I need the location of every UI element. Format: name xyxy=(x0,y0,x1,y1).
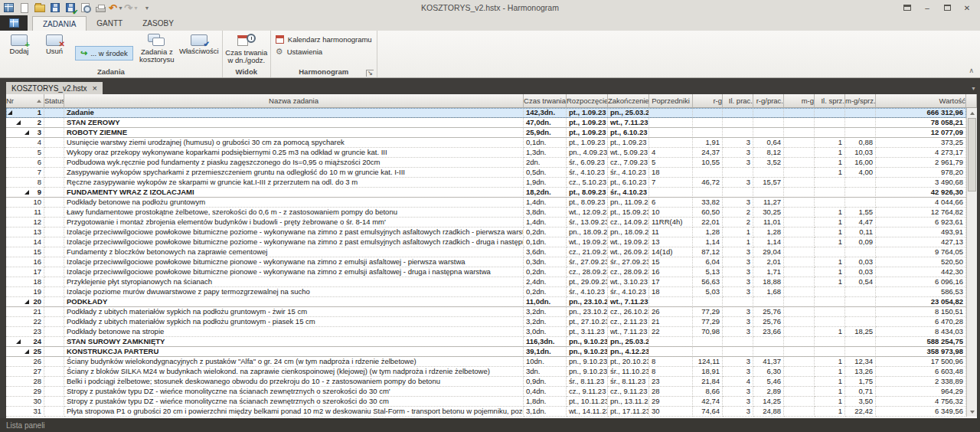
column-header-wartosc[interactable]: Wartość xyxy=(876,94,966,108)
task-row-23[interactable]: 23Podkłady betonowe na stropie3,0dn.pt.,… xyxy=(6,327,966,337)
column-header-mg[interactable]: m-g xyxy=(784,94,815,108)
qat-customize-icon[interactable]: ▼ xyxy=(140,2,153,14)
task-row-14[interactable]: 14Izolacje przeciwwilgociowe powłokowe b… xyxy=(6,237,966,247)
expander-icon[interactable] xyxy=(16,120,21,125)
usun-button[interactable]: ✕ Usuń xyxy=(37,31,72,55)
tab-list-dropdown-icon[interactable]: ▼ xyxy=(971,86,976,91)
column-header-status[interactable]: Status xyxy=(44,94,64,108)
column-header-rg[interactable]: r-g xyxy=(693,94,723,108)
task-row-13[interactable]: 13Izolacje przeciwwilgociowe powłokowe b… xyxy=(6,227,966,237)
task-row-9[interactable]: 9FUNDAMENTY WRAZ Z IZOLACJAMI18,2dn.pt.,… xyxy=(6,188,966,198)
task-row-17[interactable]: 17Izolacje przeciwwilgociowe powłokowe b… xyxy=(6,267,966,277)
cell-nr: 30 xyxy=(6,397,44,407)
task-row-6[interactable]: 6Podbudowa wyk.ręcznie pod fundamenty z … xyxy=(6,158,966,168)
cell-ilsprz xyxy=(815,297,845,307)
task-row-10[interactable]: 10Podkłady betonowe na podłożu gruntowym… xyxy=(6,198,966,208)
expander-icon[interactable] xyxy=(24,130,29,135)
task-row-18[interactable]: 18Przyklejenie płyt styropianowych na śc… xyxy=(6,277,966,287)
cell-rozp: pn., 23.10.23 xyxy=(567,297,608,307)
wlasciwosci-button[interactable]: ✔ Właściwości xyxy=(178,31,220,55)
task-row-31[interactable]: 31Płyta stropowa P1 o grubości 20 cm i p… xyxy=(6,407,966,417)
tab-gantt[interactable]: GANTT xyxy=(87,16,132,31)
task-row-16[interactable]: 16Izolacje przeciwwilgociowe powłokowe b… xyxy=(6,257,966,267)
task-row-22[interactable]: 22Podkłady z ubitych materiałów sypkich … xyxy=(6,317,966,327)
task-row-4[interactable]: 4Usunięcie warstwy ziemi urodzajnej (hum… xyxy=(6,138,966,148)
task-row-19[interactable]: 19Izolacje poziome murów dwuwarstwowe z … xyxy=(6,287,966,297)
task-row-27[interactable]: 27Ściany z bloków SILKA M24 w budynkach … xyxy=(6,367,966,377)
new-document-icon[interactable] xyxy=(18,2,31,14)
task-row-21[interactable]: 21Podkłady z ubitych materiałów sypkich … xyxy=(6,307,966,317)
zadania-z-kosztorysu-button[interactable]: Zadania z kosztorysu xyxy=(136,31,178,64)
print-icon[interactable] xyxy=(94,2,107,14)
column-header-czas[interactable]: Czas trwania xyxy=(524,94,567,108)
collapse-ribbon-icon[interactable]: ∧ xyxy=(969,67,974,74)
task-row-29[interactable]: 29Stropy z pustaków typu DZ - wieńce mon… xyxy=(6,387,966,397)
task-row-8[interactable]: 8Ręczne zasypywanie wykopów ze skarpami … xyxy=(6,178,966,188)
task-row-12[interactable]: 12Przygotowanie i montaż zbrojenia eleme… xyxy=(6,218,966,227)
minimize-icon[interactable]: – xyxy=(919,2,936,14)
maximize-icon[interactable] xyxy=(939,2,956,14)
task-row-7[interactable]: 7Zasypywanie wykopów spycharkami z przem… xyxy=(6,168,966,178)
save-icon[interactable] xyxy=(48,2,61,14)
redo-icon[interactable]: ↷▼ xyxy=(125,2,138,14)
task-row-28[interactable]: 28Belki i podciągi żelbetowe; stosunek d… xyxy=(6,377,966,387)
w-srodek-button[interactable]: ↪ ... w środek xyxy=(75,46,133,61)
column-header-ilprac[interactable]: Il. prac. xyxy=(723,94,753,108)
application-menu-button[interactable] xyxy=(0,15,28,31)
vertical-scrollbar[interactable] xyxy=(966,108,977,417)
task-row-5[interactable]: 5Wykopy oraz przekopy wykonywane koparka… xyxy=(6,148,966,158)
dodaj-button[interactable]: + Dodaj xyxy=(2,31,37,55)
cell-wartosc: 12 077,09 xyxy=(876,128,966,138)
task-row-11[interactable]: 11Ławy fundamentowe prostokątne żelbetow… xyxy=(6,208,966,218)
expander-icon[interactable] xyxy=(24,190,29,195)
cell-rgprac: 29,04 xyxy=(753,247,784,257)
scroll-down-icon[interactable] xyxy=(967,407,977,417)
column-header-ilsprz[interactable]: Il. sprz. xyxy=(815,94,845,108)
cell-wartosc: 9 764,05 xyxy=(876,247,966,257)
pin-window-icon[interactable] xyxy=(899,2,916,14)
expander-icon[interactable] xyxy=(8,110,12,115)
column-header-name[interactable]: Nazwa zadania xyxy=(64,94,524,108)
ribbon-group-widok: Czas trwania w dn./godz. Widok xyxy=(223,31,271,77)
task-row-30[interactable]: 30Stropy z pustaków typu DZ - wieńce mon… xyxy=(6,397,966,407)
expander-icon[interactable] xyxy=(24,349,29,354)
kalendarz-harmonogramu-button[interactable]: Kalendarz harmonogramu xyxy=(276,35,372,44)
undo-icon[interactable]: ↶▼ xyxy=(109,2,122,14)
scrollbar-thumb[interactable] xyxy=(968,118,976,191)
ustawienia-button[interactable]: ⚙ Ustawienia xyxy=(276,47,372,56)
column-header-mgsprz[interactable]: m-g/sprz. xyxy=(845,94,876,108)
task-row-24[interactable]: 24STAN SUROWY ZAMKNIĘTY116,3dn.pn., 9.10… xyxy=(6,337,966,347)
open-file-icon[interactable] xyxy=(33,2,46,14)
cell-mg xyxy=(784,397,815,407)
close-icon[interactable]: ✕ xyxy=(959,2,975,14)
save-all-icon[interactable]: ✔ xyxy=(64,2,77,14)
task-row-26[interactable]: 26Ściany budynków wielokondygnacyjnych z… xyxy=(6,357,966,367)
cell-rgprac: 24,88 xyxy=(753,407,784,417)
column-header-rgprac[interactable]: r-g/prac. xyxy=(753,94,784,108)
expander-icon[interactable] xyxy=(24,299,29,304)
task-row-3[interactable]: 3ROBOTY ZIEMNE25,9dn.pt., 1.09.23pt., 6.… xyxy=(6,128,966,138)
app-logo-icon[interactable] xyxy=(2,2,15,14)
print-preview-icon[interactable] xyxy=(79,2,92,14)
tab-zadania[interactable]: ZADANIA xyxy=(32,16,87,31)
properties-icon: ✔ xyxy=(191,34,207,46)
cell-rozp: pt., 8.09.23 xyxy=(567,198,608,208)
tab-zasoby[interactable]: ZASOBY xyxy=(132,16,184,31)
close-tab-icon[interactable]: × xyxy=(93,84,97,92)
task-row-20[interactable]: 20PODKŁADY11,0dn.pn., 23.10.23wt., 7.11.… xyxy=(6,297,966,307)
column-header-rozp[interactable]: Rozpoczęcie xyxy=(567,94,608,108)
scroll-up-icon[interactable] xyxy=(967,108,977,118)
czas-trwania-button[interactable]: Czas trwania w dn./godz. xyxy=(224,31,269,64)
task-row-1[interactable]: 1Zadanie142,3dn.pt., 1.09.23pn., 25.03.2… xyxy=(6,108,966,118)
column-header-poprz[interactable]: Poprzedniki xyxy=(649,94,693,108)
expander-icon[interactable] xyxy=(16,339,21,344)
column-header-zak[interactable]: Zakończenie xyxy=(608,94,649,108)
dialog-launcher-icon[interactable]: ↘ xyxy=(366,70,374,77)
task-row-25[interactable]: 25KONSTRUKCJA PARTERU39,1dn.pn., 9.10.23… xyxy=(6,347,966,357)
task-row-2[interactable]: 2STAN ZEROWY47,0dn.pt., 1.09.23wt., 7.11… xyxy=(6,118,966,128)
scrollbar-track[interactable] xyxy=(967,118,977,407)
cell-status xyxy=(44,347,64,357)
task-row-15[interactable]: 15Fundamenty z bloczków betonowych na za… xyxy=(6,247,966,257)
column-header-nr[interactable]: Nr xyxy=(6,94,44,108)
document-tab[interactable]: KOSZTORYS_v2.hstx × xyxy=(6,82,103,94)
